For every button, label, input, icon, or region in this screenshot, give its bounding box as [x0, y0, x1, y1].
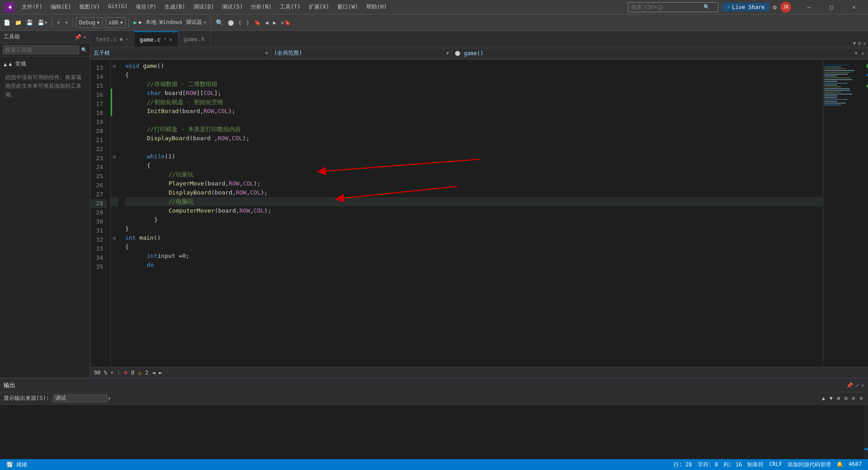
- gutter-30: [111, 215, 118, 224]
- gutter-23: ⊟: [111, 152, 118, 161]
- status-col[interactable]: 列: 16: [721, 461, 745, 469]
- output-content[interactable]: [0, 405, 868, 459]
- settings-icon[interactable]: ⚙: [773, 4, 777, 11]
- bookmark-nav-btn1[interactable]: ◀: [264, 17, 270, 28]
- clear-bookmark-btn[interactable]: ✕🔖: [279, 17, 292, 28]
- pin-icon[interactable]: 📌: [75, 34, 81, 40]
- menu-git[interactable]: Git(G): [104, 2, 131, 12]
- zoom-dropdown-icon[interactable]: ▼: [111, 370, 113, 375]
- nav-next-btn[interactable]: ►: [159, 370, 162, 376]
- code-editor[interactable]: 13 14 15 16 17 18 19 20 21 22 23 24 25 2…: [90, 60, 868, 367]
- status-char[interactable]: 字符: 8: [695, 461, 721, 469]
- platform-dropdown[interactable]: x86 ▼: [105, 17, 126, 28]
- tab-overflow-icon[interactable]: ▼: [853, 40, 856, 47]
- open-btn[interactable]: 📁: [13, 17, 24, 28]
- minimap-content: [823, 60, 868, 367]
- tab-bar-right: ▼ ⚙ ✕: [851, 40, 868, 47]
- sidebar-empty-message: 此组中没有可用的控件。将某项拖至此文本本可将其添加到工具箱。: [2, 70, 88, 103]
- tab-game-h[interactable]: game.h: [178, 31, 211, 47]
- title-search-input[interactable]: [631, 4, 703, 10]
- toolbox-search[interactable]: 🔍: [0, 43, 90, 57]
- output-up-btn[interactable]: ▲: [820, 393, 827, 404]
- save-btn[interactable]: 💾: [24, 17, 35, 28]
- menu-build[interactable]: 生成(B): [161, 2, 189, 12]
- menu-extensions[interactable]: 扩展(X): [305, 2, 333, 12]
- tab-test-c[interactable]: test.c ● ✕: [90, 31, 134, 47]
- output-pin-icon[interactable]: 📌: [846, 382, 853, 389]
- context-dropdown[interactable]: (全局范围) ▼: [271, 48, 452, 59]
- toolbox-search-input[interactable]: [3, 45, 79, 54]
- source-input[interactable]: [53, 394, 107, 403]
- title-search-box[interactable]: 🔍: [628, 2, 718, 12]
- new-file-btn[interactable]: 📄: [2, 17, 12, 28]
- maximize-button[interactable]: □: [821, 0, 842, 14]
- status-line[interactable]: 行: 28: [671, 461, 695, 469]
- function-dropdown[interactable]: ⬤ game() ▼ +: [452, 48, 868, 59]
- bookmark-btn[interactable]: 🔖: [252, 17, 263, 28]
- status-right-msg[interactable]: 添加到源代码管理: [785, 461, 834, 469]
- user-avatar[interactable]: JR: [780, 2, 791, 13]
- debug-config-dropdown[interactable]: Debug ▼: [76, 17, 103, 28]
- nav-btn2[interactable]: ⟩: [244, 17, 251, 28]
- menu-project[interactable]: 项目(P): [132, 2, 160, 12]
- code-content[interactable]: void game() { //存储数据 - 二维数组组 char board[…: [118, 60, 823, 367]
- breakpoint-btn[interactable]: ⬤: [226, 17, 236, 28]
- code-line-28: //电脑玩: [125, 197, 823, 206]
- nav-btn1[interactable]: ⟨: [236, 17, 243, 28]
- output-float-icon[interactable]: ⤢: [855, 382, 859, 389]
- find-btn[interactable]: 🔍: [214, 17, 225, 28]
- menu-tools[interactable]: 工具(T): [276, 2, 304, 12]
- menu-edit[interactable]: 编辑(E): [47, 2, 75, 12]
- output-wrap-btn[interactable]: ⊟: [843, 393, 849, 404]
- titlebar-right: ⚡ Live Share ⚙ JR — □ ✕: [722, 0, 864, 14]
- gutter-13: ⊟: [111, 62, 118, 71]
- minimize-button[interactable]: —: [798, 0, 819, 14]
- output-pause-btn[interactable]: ⊞: [835, 393, 842, 404]
- scope-dropdown[interactable]: 五子棋 ▼: [90, 48, 271, 59]
- menu-view[interactable]: 视图(V): [75, 2, 104, 12]
- output-filter-btn[interactable]: ≡: [850, 393, 857, 404]
- menu-window[interactable]: 窗口(W): [334, 2, 362, 12]
- ln-13: 13: [90, 63, 107, 72]
- nav-prev-btn[interactable]: ◄: [152, 370, 155, 376]
- tab-game-h-label: game.h: [184, 36, 205, 43]
- source-chevron[interactable]: ▼: [108, 396, 110, 401]
- menu-file[interactable]: 文件(F): [18, 2, 46, 12]
- output-scrollbar[interactable]: [863, 405, 868, 459]
- close-button[interactable]: ✕: [844, 0, 864, 14]
- status-notification[interactable]: 🔔: [834, 461, 846, 469]
- tree-section-general[interactable]: ▲ ▲ 常规: [2, 58, 88, 70]
- ln-30: 30: [90, 217, 107, 226]
- tab-game-c-close[interactable]: ✕: [169, 37, 172, 43]
- menu-help[interactable]: 帮助(H): [363, 2, 391, 12]
- menu-debug[interactable]: 调试(D): [190, 2, 218, 12]
- scrollbar-right[interactable]: [866, 60, 868, 367]
- run-debug-btn[interactable]: ▶ ▶ 本地 Windows 调试器 ▼: [132, 17, 208, 28]
- bookmark-nav-btn2[interactable]: ▶: [271, 17, 278, 28]
- menu-test[interactable]: 测试(S): [218, 2, 246, 12]
- output-settings-btn[interactable]: ⚙: [858, 393, 864, 404]
- undo-btn[interactable]: ↶: [55, 17, 62, 28]
- save-all-btn[interactable]: 💾+: [36, 17, 49, 28]
- gutter-35: [111, 261, 118, 270]
- output-toolbar: 显示输出来源(S): ▼ ▲ ▼ ⊞ ⊟ ≡ ⚙: [0, 392, 868, 405]
- tab-game-c[interactable]: game.c * ✕: [134, 31, 178, 47]
- tab-test-c-close[interactable]: ✕: [125, 36, 128, 42]
- close-icon[interactable]: ✕: [83, 34, 86, 40]
- redo-btn[interactable]: ↷: [63, 17, 70, 28]
- live-share-label: Live Share: [732, 4, 764, 10]
- status-tabtype[interactable]: 制表符: [745, 461, 766, 469]
- live-share-btn[interactable]: ⚡ Live Share: [722, 3, 769, 11]
- output-down-btn[interactable]: ▼: [828, 393, 835, 404]
- tab-close-panel-icon[interactable]: ✕: [863, 40, 866, 47]
- source-dropdown[interactable]: ▼: [53, 394, 110, 403]
- nav-add-icon[interactable]: +: [861, 50, 865, 57]
- output-close-icon[interactable]: ✕: [861, 382, 864, 389]
- status-git[interactable]: 🔃 就绪: [4, 461, 30, 469]
- gutter-33: [111, 242, 118, 252]
- tab-settings-icon[interactable]: ⚙: [858, 40, 861, 47]
- search-icon: 🔍: [703, 4, 710, 10]
- status-encoding[interactable]: CRLF: [766, 461, 785, 469]
- titlebar: 文件(F) 编辑(E) 视图(V) Git(G) 项目(P) 生成(B) 调试(…: [0, 0, 868, 14]
- menu-analyze[interactable]: 分析(N): [247, 2, 275, 12]
